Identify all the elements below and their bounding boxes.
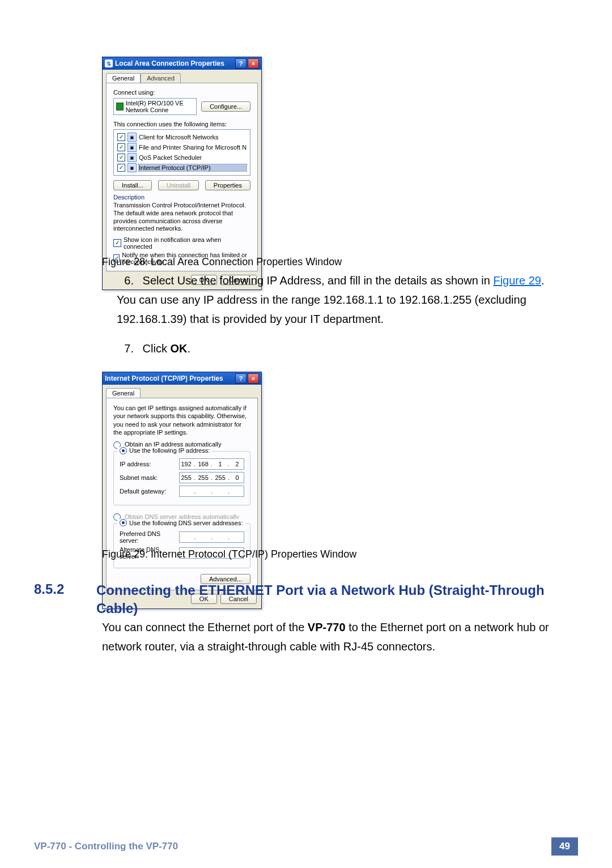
radio-label: Use the following IP address: <box>129 447 210 454</box>
figure-28-caption: Figure 28: Local Area Connection Propert… <box>102 256 342 268</box>
show-icon-checkbox[interactable]: Show icon in notification area when conn… <box>113 236 250 250</box>
step-6: 6. Select Use the following IP Address, … <box>113 271 561 329</box>
close-button[interactable]: × <box>248 58 259 69</box>
use-following-ip-radio[interactable]: Use the following IP address: <box>117 447 212 454</box>
figure-29-caption: Figure 29: Internet Protocol (TCP/IP) Pr… <box>102 548 356 560</box>
ip-address-label: IP address: <box>120 461 179 467</box>
description-text: Transmission Control Protocol/Internet P… <box>113 202 250 233</box>
checkbox[interactable] <box>117 133 125 141</box>
footer-label: VP-770 - Controlling the VP-770 <box>34 841 178 852</box>
list-item[interactable]: ▣ File and Printer Sharing for Microsoft… <box>117 142 246 152</box>
body-text: You can connect the Ethernet port of the <box>102 621 308 633</box>
uninstall-button: Uninstall <box>158 180 199 190</box>
properties-button[interactable]: Properties <box>205 180 250 190</box>
subnet-mask-input[interactable]: 255. 255. 255. 0 <box>179 472 244 483</box>
help-button[interactable]: ? <box>235 373 246 384</box>
dialog-title: Local Area Connection Properties <box>115 59 224 67</box>
service-icon: ▣ <box>128 153 137 162</box>
step-text: Click <box>143 342 171 355</box>
help-button[interactable]: ? <box>235 58 246 69</box>
service-icon: ▣ <box>128 143 137 152</box>
radio[interactable] <box>120 519 127 526</box>
items-label: This connection uses the following items… <box>113 121 250 127</box>
use-following-dns-radio[interactable]: Use the following DNS server addresses: <box>117 519 245 526</box>
dialog-titlebar[interactable]: Internet Protocol (TCP/IP) Properties ? … <box>103 372 261 385</box>
tab-general[interactable]: General <box>106 388 141 398</box>
install-button[interactable]: Install... <box>113 180 152 190</box>
step-text-bold: OK <box>170 342 187 355</box>
checkbox[interactable] <box>113 239 121 247</box>
list-item[interactable]: ▣ QoS Packet Scheduler <box>117 152 246 163</box>
step-text: . <box>187 342 190 355</box>
subnet-mask-label: Subnet mask: <box>120 474 179 481</box>
client-icon: ▣ <box>128 133 137 142</box>
protocol-icon: ▣ <box>128 163 137 172</box>
figure-29-link[interactable]: Figure 29 <box>493 274 541 287</box>
default-gateway-input[interactable]: . . . <box>179 486 244 497</box>
radio-label: Use the following DNS server addresses: <box>129 520 243 526</box>
default-gateway-label: Default gateway: <box>120 488 179 495</box>
radio[interactable] <box>120 447 127 454</box>
preferred-dns-label: Preferred DNS server: <box>120 530 179 544</box>
preferred-dns-input[interactable]: . . . <box>179 531 244 543</box>
adapter-icon <box>116 103 124 110</box>
list-item[interactable]: ▣ Client for Microsoft Networks <box>117 132 246 142</box>
section-title: Connecting the ETHERNET Port via a Netwo… <box>96 581 578 618</box>
step-text: Select Use the following IP Address, and… <box>143 274 494 287</box>
tab-advanced[interactable]: Advanced <box>141 73 181 83</box>
checkbox[interactable] <box>117 154 125 161</box>
items-listbox[interactable]: ▣ Client for Microsoft Networks ▣ File a… <box>113 129 250 176</box>
page-number: 49 <box>551 837 578 856</box>
step-number: 6. <box>117 271 134 290</box>
tcpip-properties-dialog: Internet Protocol (TCP/IP) Properties ? … <box>102 372 262 609</box>
item-label: Internet Protocol (TCP/IP) <box>139 164 246 171</box>
item-label: File and Printer Sharing for Microsoft N… <box>139 144 246 151</box>
description-title: Description <box>113 194 250 201</box>
configure-button[interactable]: Configure... <box>201 101 250 112</box>
item-label: Client for Microsoft Networks <box>139 134 246 141</box>
adapter-field[interactable]: Intel(R) PRO/100 VE Network Conne <box>113 98 197 115</box>
dialog-titlebar[interactable]: ⇅ Local Area Connection Properties ? × <box>103 57 261 70</box>
item-label: QoS Packet Scheduler <box>139 154 246 161</box>
checkbox[interactable] <box>117 143 125 151</box>
info-text: You can get IP settings assigned automat… <box>113 404 250 436</box>
ip-address-input[interactable]: 192. 168. 1. 2 <box>179 458 244 470</box>
checkbox[interactable] <box>117 164 125 172</box>
product-name: VP-770 <box>308 621 346 633</box>
list-item[interactable]: ▣ Internet Protocol (TCP/IP) <box>117 163 246 173</box>
connect-using-label: Connect using: <box>113 89 250 96</box>
close-button[interactable]: × <box>248 373 259 384</box>
dialog-title: Internet Protocol (TCP/IP) Properties <box>105 375 223 382</box>
step-7: 7. Click OK. <box>113 339 561 358</box>
checkbox-label: Show icon in notification area when conn… <box>124 236 250 250</box>
tab-general[interactable]: General <box>106 73 141 83</box>
step-number: 7. <box>117 339 134 358</box>
network-icon: ⇅ <box>105 59 113 67</box>
adapter-name: Intel(R) PRO/100 VE Network Conne <box>126 100 194 113</box>
section-number: 8.5.2 <box>34 581 96 618</box>
lan-properties-dialog: ⇅ Local Area Connection Properties ? × G… <box>102 57 262 290</box>
